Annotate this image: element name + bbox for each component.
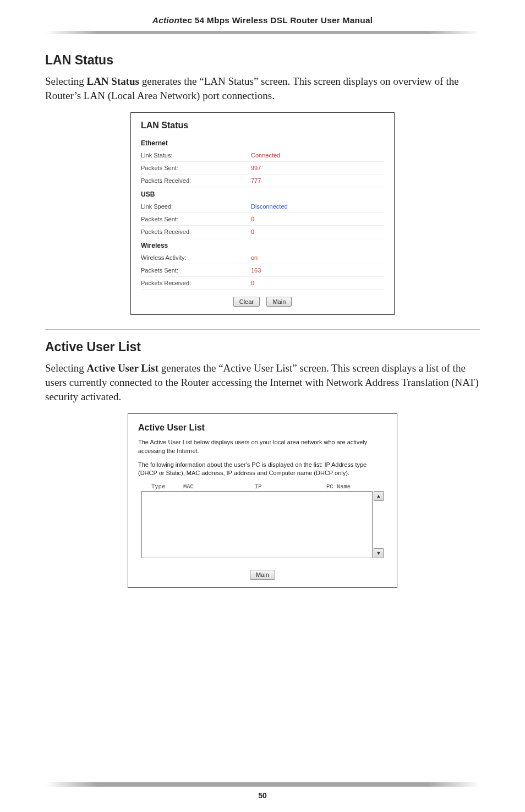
aul-desc-2: The following information about the user…	[138, 461, 387, 478]
aul-col-pc: PC Name	[326, 483, 382, 490]
section-heading-lan-status: LAN Status	[45, 53, 480, 68]
row-eth-pkts-sent: Packets Sent: 997	[141, 162, 384, 175]
group-ethernet-label: Ethernet	[141, 136, 384, 149]
section-divider	[45, 329, 480, 330]
usb-pkts-sent-val: 0	[251, 216, 384, 222]
usb-pkts-recv-val: 0	[251, 228, 384, 235]
usb-pkts-recv-key: Packets Received:	[141, 228, 251, 235]
row-wl-activity: Wireless Activity: on	[141, 252, 384, 264]
eth-pkts-recv-key: Packets Received:	[141, 177, 251, 184]
main-button-aul[interactable]: Main	[250, 570, 275, 580]
header-rule	[45, 31, 480, 34]
usb-pkts-sent-key: Packets Sent:	[141, 216, 251, 222]
page-number: 50	[0, 791, 525, 800]
aul-list-wrap: ▲ ▼	[141, 491, 384, 558]
usb-link-speed-key: Link Speed:	[141, 203, 251, 210]
active-user-list-panel: Active User List The Active User List be…	[128, 413, 397, 588]
wl-pkts-recv-key: Packets Received:	[141, 280, 251, 286]
footer-rule	[45, 782, 480, 787]
aul-col-type: Type	[151, 483, 183, 490]
row-eth-pkts-recv: Packets Received: 777	[141, 175, 384, 187]
scroll-track[interactable]	[374, 501, 384, 548]
row-usb-pkts-recv: Packets Received: 0	[141, 226, 384, 238]
aul-button-row: Main	[138, 563, 387, 580]
aul-col-ip: IP	[255, 483, 326, 490]
row-usb-pkts-sent: Packets Sent: 0	[141, 213, 384, 226]
aul-scrollbar: ▲ ▼	[374, 491, 384, 558]
row-wl-pkts-recv: Packets Received: 0	[141, 277, 384, 290]
lan-status-panel: LAN Status Ethernet Link Status: Connect…	[130, 112, 395, 315]
eth-link-status-val: Connected	[251, 152, 384, 159]
main-button-lan[interactable]: Main	[266, 297, 292, 307]
aul-title: Active User List	[138, 423, 387, 433]
aul-desc-1: The Active User List below displays user…	[138, 438, 387, 455]
eth-pkts-sent-key: Packets Sent:	[141, 165, 251, 171]
lan-status-title: LAN Status	[141, 121, 384, 130]
eth-pkts-sent-val: 997	[251, 165, 384, 171]
running-header: Actiontec 54 Mbps Wireless DSL Router Us…	[45, 15, 480, 31]
row-usb-link-speed: Link Speed: Disconnected	[141, 200, 384, 213]
brand-rest: tec 54 Mbps Wireless DSL Router User Man…	[179, 15, 373, 25]
wl-activity-val: on	[251, 254, 384, 261]
wl-pkts-sent-val: 163	[251, 267, 384, 274]
lan-button-row: Clear Main	[141, 290, 384, 307]
row-wl-pkts-sent: Packets Sent: 163	[141, 264, 384, 277]
eth-pkts-recv-val: 777	[251, 177, 384, 184]
wl-pkts-sent-key: Packets Sent:	[141, 267, 251, 274]
group-usb-label: USB	[141, 187, 384, 200]
scroll-down-button[interactable]: ▼	[374, 548, 384, 558]
section-body-active-user-list: Selecting Active User List generates the…	[45, 361, 480, 404]
section-body-lan-status: Selecting LAN Status generates the “LAN …	[45, 74, 480, 102]
section-heading-active-user-list: Active User List	[45, 340, 480, 355]
row-eth-link-status: Link Status: Connected	[141, 149, 384, 162]
aul-col-mac: MAC	[183, 483, 255, 490]
aul-column-headers: Type MAC IP PC Name	[138, 483, 387, 491]
wl-activity-key: Wireless Activity:	[141, 254, 251, 261]
scroll-up-button[interactable]: ▲	[374, 491, 384, 501]
chevron-down-icon: ▼	[376, 551, 381, 556]
clear-button[interactable]: Clear	[233, 297, 260, 307]
eth-link-status-key: Link Status:	[141, 152, 251, 159]
aul-listbox[interactable]	[141, 491, 373, 558]
group-wireless-label: Wireless	[141, 238, 384, 252]
usb-link-speed-val: Disconnected	[251, 203, 384, 210]
wl-pkts-recv-val: 0	[251, 280, 384, 286]
brand-bold: Action	[152, 15, 179, 25]
chevron-up-icon: ▲	[376, 493, 381, 499]
